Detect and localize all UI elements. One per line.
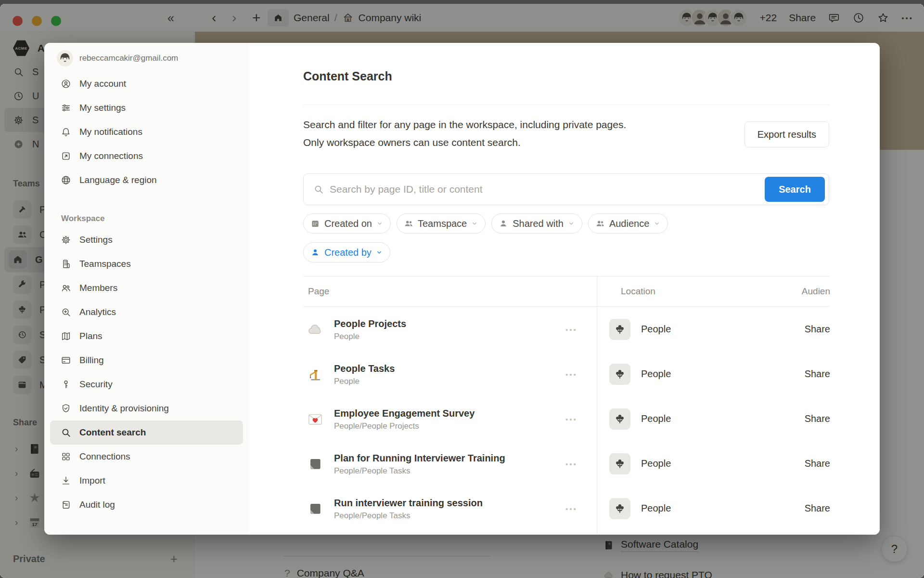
teamspace-flower-icon	[609, 498, 630, 519]
shield-check-icon	[61, 403, 71, 414]
bell-icon	[61, 127, 71, 137]
settings-nav-settings[interactable]: Settings	[50, 228, 243, 252]
chevron-down-icon	[376, 220, 383, 227]
divider	[303, 105, 829, 105]
search-input[interactable]	[330, 184, 757, 195]
cloud-page-icon	[306, 321, 324, 338]
row-more-options-icon[interactable]: •••	[565, 460, 578, 468]
page-title-cell: People Tasks	[334, 363, 395, 374]
table-row[interactable]: People TasksPeople ••• People Share	[303, 352, 829, 396]
settings-nav-my-account[interactable]: My account	[50, 72, 243, 96]
settings-nav-content-search[interactable]: Content search	[50, 420, 243, 445]
search-icon	[313, 184, 324, 195]
desktop: « ‹ › + General / Company wiki +22	[0, 0, 924, 578]
row-more-options-icon[interactable]: •••	[565, 370, 578, 378]
search-bar: Search	[303, 173, 829, 205]
building-icon	[61, 259, 71, 269]
row-more-options-icon[interactable]: •••	[565, 325, 578, 333]
magnifier-icon	[61, 427, 71, 438]
page-title-cell: Plan for Running Interviewer Training	[334, 453, 505, 463]
person-icon	[499, 219, 508, 228]
chevron-down-icon	[376, 249, 383, 256]
page-path: People/People Projects	[334, 421, 475, 431]
location-cell: People	[641, 503, 671, 514]
row-more-options-icon[interactable]: •••	[565, 504, 578, 512]
settings-nav-language-region[interactable]: Language & region	[50, 168, 243, 192]
settings-nav-plans[interactable]: Plans	[50, 324, 243, 348]
audience-cell: Share	[805, 503, 830, 514]
content-search-panel: Content Search Search and filter for any…	[249, 43, 880, 535]
filter-created-on[interactable]: Created on	[303, 213, 391, 234]
results-table: Page Location Audien People ProjectsPeop…	[303, 276, 829, 531]
page-path: People	[334, 377, 395, 386]
page-path: People	[334, 332, 406, 342]
settings-nav-my-connections[interactable]: My connections	[50, 144, 243, 168]
table-row[interactable]: Employee Engagement SurveyPeople/People …	[303, 396, 829, 441]
page-description: Search and filter for any page in the wo…	[303, 116, 626, 151]
filter-teamspace[interactable]: Teamspace	[397, 213, 486, 234]
settings-nav-audit-log[interactable]: Audit log	[50, 493, 243, 517]
location-cell: People	[641, 413, 671, 424]
audience-cell: Share	[805, 413, 830, 424]
settings-nav-teamspaces[interactable]: Teamspaces	[50, 252, 243, 276]
account-header[interactable]: rebeccamcakir@gmail.com	[50, 49, 243, 68]
person-circle-icon	[61, 79, 71, 89]
globe-icon	[61, 175, 71, 185]
people-icon	[61, 283, 71, 293]
scroll-icon	[61, 499, 71, 510]
chevron-down-icon	[654, 220, 660, 227]
table-row[interactable]: People ProjectsPeople ••• People Share	[303, 307, 829, 352]
sliders-icon	[61, 103, 71, 113]
chevron-down-icon	[471, 220, 478, 227]
filter-shared-with[interactable]: Shared with	[491, 213, 582, 234]
person-icon	[310, 248, 320, 257]
settings-nav-analytics[interactable]: Analytics	[50, 300, 243, 324]
table-row[interactable]: Run interviewer training sessionPeople/P…	[303, 486, 829, 531]
table-row[interactable]: Plan for Running Interviewer TrainingPeo…	[303, 441, 829, 486]
audience-cell: Share	[805, 458, 830, 469]
settings-nav-my-notifications[interactable]: My notifications	[50, 120, 243, 144]
credit-card-icon	[61, 355, 71, 366]
page-card-icon	[306, 456, 324, 472]
calendar-icon	[310, 219, 320, 228]
user-email: rebeccamcakir@gmail.com	[79, 53, 178, 63]
teamspace-flower-icon	[609, 408, 630, 430]
settings-nav-security[interactable]: Security	[50, 372, 243, 396]
page-path: People/People Tasks	[334, 466, 505, 476]
key-icon	[61, 379, 71, 390]
audience-cell: Share	[805, 324, 830, 335]
column-header-location: Location	[621, 286, 655, 297]
search-button[interactable]: Search	[765, 177, 825, 202]
filter-audience[interactable]: Audience	[588, 213, 668, 234]
settings-nav-billing[interactable]: Billing	[50, 348, 243, 372]
column-header-audience: Audien	[802, 286, 830, 297]
page-title-cell: People Projects	[334, 318, 406, 329]
audience-cell: Share	[805, 368, 830, 380]
settings-modal: rebeccamcakir@gmail.com My account My se…	[44, 43, 880, 535]
settings-nav-members[interactable]: Members	[50, 276, 243, 300]
page-title: Content Search	[303, 68, 829, 84]
teamspace-flower-icon	[609, 453, 630, 474]
location-cell: People	[641, 458, 671, 469]
gear-icon	[61, 235, 71, 245]
settings-nav-identity-provisioning[interactable]: Identity & provisioning	[50, 396, 243, 420]
app-window: « ‹ › + General / Company wiki +22	[0, 4, 924, 578]
page-card-icon	[306, 501, 324, 516]
settings-nav-connections[interactable]: Connections	[50, 445, 243, 469]
search-plus-icon	[61, 307, 71, 317]
filter-created-by[interactable]: Created by	[303, 242, 390, 263]
map-icon	[61, 331, 71, 342]
settings-nav-my-settings[interactable]: My settings	[50, 96, 243, 120]
location-cell: People	[641, 324, 671, 335]
user-avatar	[57, 50, 73, 66]
settings-sidebar: rebeccamcakir@gmail.com My account My se…	[44, 43, 249, 535]
column-header-page: Page	[308, 286, 329, 297]
people-icon	[404, 219, 413, 228]
love-letter-page-icon	[306, 410, 324, 428]
page-title-cell: Employee Engagement Survey	[334, 408, 475, 419]
page-title-cell: Run interviewer training session	[334, 498, 483, 508]
settings-nav-import[interactable]: Import	[50, 469, 243, 493]
export-results-button[interactable]: Export results	[744, 121, 829, 147]
teamspace-flower-icon	[609, 364, 630, 385]
row-more-options-icon[interactable]: •••	[565, 415, 578, 423]
